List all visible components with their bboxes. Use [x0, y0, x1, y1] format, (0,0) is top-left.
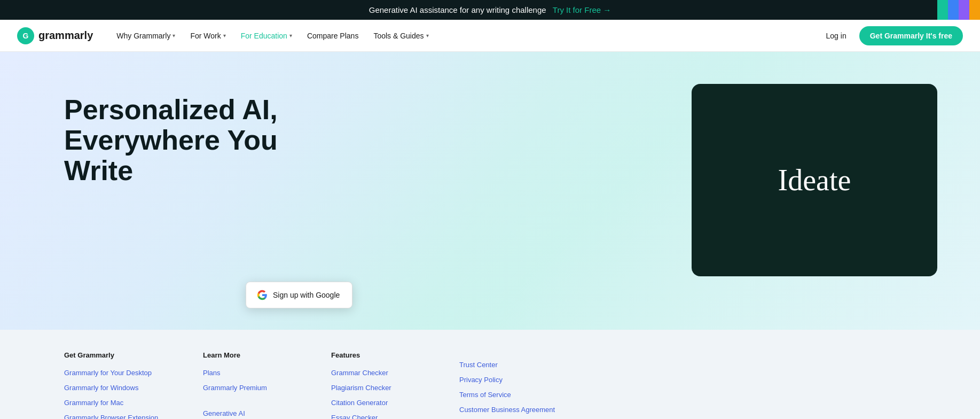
footer-col-links-3: Grammar Checker Plagiarism Checker Citat…: [331, 368, 438, 419]
list-item: Plagiarism Checker: [331, 383, 438, 392]
list-item: Grammarly for Windows: [64, 383, 182, 392]
nav-actions: Log in Get Grammarly It's free: [820, 26, 963, 45]
footer-col-links-2: Plans Grammarly Premium Generative AI Bl…: [203, 368, 310, 419]
hero-card-text: Ideate: [778, 163, 851, 197]
footer-grid: Get Grammarly Grammarly for Your Desktop…: [64, 351, 916, 419]
list-item: Grammarly for Mac: [64, 398, 182, 407]
banner-text: Generative AI assistance for any writing…: [369, 5, 546, 14]
footer-col-links-1: Grammarly for Your Desktop Grammarly for…: [64, 368, 182, 419]
link-windows[interactable]: Grammarly for Windows: [64, 384, 138, 392]
link-mac[interactable]: Grammarly for Mac: [64, 399, 123, 407]
color-bar-3: [959, 0, 969, 21]
nav-compare-plans[interactable]: Compare Plans: [301, 27, 365, 44]
list-item: [203, 398, 310, 403]
link-plagiarism-checker[interactable]: Plagiarism Checker: [331, 384, 391, 392]
chevron-down-icon: ▾: [223, 33, 226, 38]
chevron-down-icon: ▾: [426, 33, 429, 38]
nav-tools-guides[interactable]: Tools & Guides ▾: [367, 27, 435, 44]
footer-col-get-grammarly: Get Grammarly Grammarly for Your Desktop…: [64, 351, 182, 419]
chevron-down-icon: ▾: [173, 33, 175, 38]
list-item: Essay Checker: [331, 413, 438, 419]
list-item: Grammar Checker: [331, 368, 438, 377]
login-button[interactable]: Log in: [820, 27, 853, 44]
list-item: Privacy Policy: [459, 375, 582, 384]
footer-col-learn-more: Learn More Plans Grammarly Premium Gener…: [203, 351, 310, 419]
footer-col-heading-2: Learn More: [203, 351, 310, 359]
list-item: Citation Generator: [331, 398, 438, 407]
footer-col-heading-3: Features: [331, 351, 438, 359]
list-item: Grammarly Browser Extension: [64, 413, 182, 419]
top-banner: Generative AI assistance for any writing…: [0, 0, 980, 20]
nav-for-work[interactable]: For Work ▾: [184, 27, 232, 44]
logo[interactable]: G grammarly: [17, 27, 93, 44]
link-desktop[interactable]: Grammarly for Your Desktop: [64, 369, 152, 377]
link-grammar-checker[interactable]: Grammar Checker: [331, 369, 388, 377]
list-item: Grammarly Premium: [203, 383, 310, 392]
footer-col-legal: Trust Center Privacy Policy Terms of Ser…: [459, 351, 582, 419]
logo-text: grammarly: [38, 29, 93, 42]
color-bar-4: [969, 0, 980, 21]
get-grammarly-button[interactable]: Get Grammarly It's free: [859, 26, 963, 45]
link-browser-extension[interactable]: Grammarly Browser Extension: [64, 414, 158, 419]
link-citation-generator[interactable]: Citation Generator: [331, 399, 388, 407]
footer-col-heading-1: Get Grammarly: [64, 351, 182, 359]
google-signup-text: Sign up with Google: [273, 291, 340, 299]
footer-col-links-4: Trust Center Privacy Policy Terms of Ser…: [459, 360, 582, 419]
hero-section: Personalized AI, Everywhere You Write Id…: [0, 52, 980, 330]
navbar: G grammarly Why Grammarly ▾ For Work ▾ F…: [0, 20, 980, 52]
nav-links: Why Grammarly ▾ For Work ▾ For Education…: [110, 27, 819, 44]
list-item: Terms of Service: [459, 390, 582, 399]
nav-for-education[interactable]: For Education ▾: [234, 27, 299, 44]
footer-menu: Get Grammarly Grammarly for Your Desktop…: [0, 330, 980, 419]
list-item: Customer Business Agreement: [459, 405, 582, 414]
color-bar-2: [948, 0, 959, 21]
link-terms-of-service[interactable]: Terms of Service: [459, 391, 511, 399]
nav-why-grammarly[interactable]: Why Grammarly ▾: [110, 27, 182, 44]
hero-title: Personalized AI, Everywhere You Write: [64, 95, 288, 187]
google-signup-popup[interactable]: Sign up with Google: [246, 282, 352, 308]
list-item: Trust Center: [459, 360, 582, 369]
link-customer-business-agreement[interactable]: Customer Business Agreement: [459, 406, 555, 414]
link-essay-checker[interactable]: Essay Checker: [331, 414, 378, 419]
link-privacy-policy[interactable]: Privacy Policy: [459, 376, 503, 384]
banner-cta[interactable]: Try It for Free →: [553, 5, 611, 14]
link-generative-ai[interactable]: Generative AI: [203, 409, 245, 417]
list-item: Generative AI: [203, 408, 310, 418]
link-trust-center[interactable]: Trust Center: [459, 361, 498, 369]
hero-card: Ideate: [692, 84, 937, 276]
google-icon: [257, 290, 268, 300]
color-bar-1: [937, 0, 948, 21]
hero-text: Personalized AI, Everywhere You Write: [64, 95, 288, 187]
list-item: Plans: [203, 368, 310, 377]
logo-icon: G: [17, 27, 34, 44]
list-item: Grammarly for Your Desktop: [64, 368, 182, 377]
chevron-down-icon: ▾: [289, 33, 292, 38]
link-premium[interactable]: Grammarly Premium: [203, 384, 267, 392]
banner-decoration: [937, 0, 980, 21]
link-plans[interactable]: Plans: [203, 369, 221, 377]
footer-col-features: Features Grammar Checker Plagiarism Chec…: [331, 351, 438, 419]
